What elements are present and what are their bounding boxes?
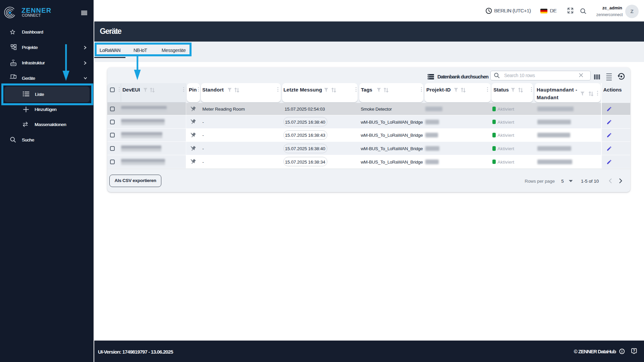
svg-text:?: ? xyxy=(633,349,635,353)
